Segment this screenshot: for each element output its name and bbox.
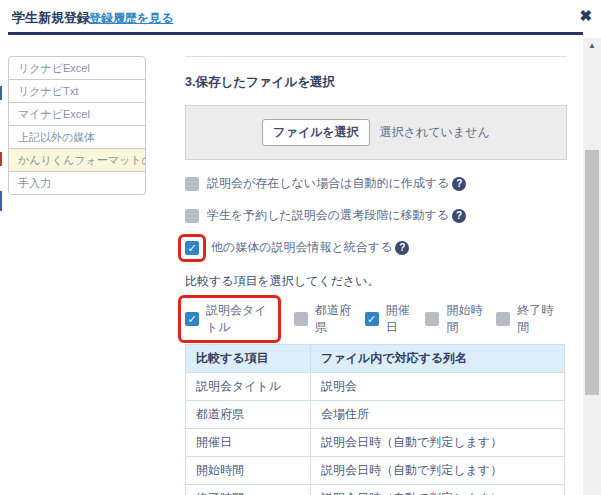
sidebar-item-kanrikun-format-excel[interactable]: かんりくんフォーマットのExcel	[8, 148, 146, 172]
background-page-fragment	[0, 191, 2, 211]
file-selected-status: 選択されていません	[380, 124, 490, 141]
option-label: 他の媒体の説明会情報と統合する	[211, 239, 392, 256]
table-row: 都道府県 会場住所	[186, 401, 565, 429]
table-cell: 説明会日時（自動で判定します）	[311, 485, 565, 495]
compare-item-label: 終了時間	[517, 302, 554, 336]
annotation-highlight-box: ✓	[178, 234, 206, 262]
background-page-fragment	[0, 86, 2, 100]
option-auto-create-session: 説明会が存在しない場合は自動的に作成する ?	[185, 175, 567, 192]
scrollbar-thumb[interactable]	[585, 150, 599, 395]
table-cell: 都道府県	[186, 401, 311, 429]
column-header: ファイル内で対応する列名	[311, 345, 565, 373]
table-cell: 開催日	[186, 429, 311, 457]
table-row: 説明会タイトル 説明会	[186, 373, 565, 401]
student-registration-modal: 学生新規登録 登録履歴を見る ✖ リクナビExcel リクナビTxt マイナビE…	[0, 0, 601, 495]
compare-item-event-date: ✓ 開催日	[365, 302, 413, 336]
checkbox-move-to-selection-stage[interactable]	[185, 209, 199, 223]
table-cell: 説明会日時（自動で判定します）	[311, 429, 565, 457]
help-icon[interactable]: ?	[395, 241, 409, 255]
option-label: 説明会が存在しない場合は自動的に作成する	[207, 175, 449, 192]
option-merge-session-info: ✓ 他の媒体の説明会情報と統合する ?	[185, 239, 567, 256]
table-cell: 会場住所	[311, 401, 565, 429]
sidebar-item-mynavi-excel[interactable]: マイナビExcel	[8, 102, 146, 126]
sidebar-item-rikunabi-excel[interactable]: リクナビExcel	[8, 56, 146, 80]
help-icon[interactable]: ?	[452, 177, 466, 191]
table-cell: 説明会	[311, 373, 565, 401]
table-row: 開始時間 説明会日時（自動で判定します）	[186, 457, 565, 485]
compare-item-label: 開催日	[386, 302, 413, 336]
checkbox-auto-create-session[interactable]	[185, 177, 199, 191]
section3-title: 3.保存したファイルを選択	[185, 74, 567, 91]
compare-item-label: 開始時間	[446, 302, 483, 336]
checkbox-event-date[interactable]: ✓	[365, 312, 379, 326]
table-header-row: 比較する項目 ファイル内で対応する列名	[186, 345, 565, 373]
table-cell: 終了時間	[186, 485, 311, 495]
compare-item-end-time: 終了時間	[496, 302, 554, 336]
header-divider	[8, 32, 583, 35]
sidebar-item-manual-entry[interactable]: 手入力	[8, 171, 146, 195]
compare-item-prefecture: 都道府県	[294, 302, 352, 336]
file-drop-area: ファイルを選択 選択されていません	[185, 105, 567, 160]
option-move-to-selection-stage: 学生を予約した説明会の選考段階に移動する ?	[185, 207, 567, 224]
compare-item-label: 説明会タイトル	[206, 302, 274, 336]
close-icon[interactable]: ✖	[579, 6, 592, 26]
section-divider	[185, 56, 567, 57]
column-mapping-table: 比較する項目 ファイル内で対応する列名 説明会タイトル 説明会 都道府県 会場住…	[185, 344, 565, 495]
compare-item-start-time: 開始時間	[425, 302, 483, 336]
table-cell: 開始時間	[186, 457, 311, 485]
table-row: 開催日 説明会日時（自動で判定します）	[186, 429, 565, 457]
help-icon[interactable]: ?	[452, 209, 466, 223]
modal-header: 学生新規登録 登録履歴を見る ✖	[0, 0, 601, 33]
annotation-highlight-box: ✓ 説明会タイトル	[178, 295, 281, 343]
checkbox-merge-session-info[interactable]: ✓	[185, 241, 199, 255]
import-source-menu: リクナビExcel リクナビTxt マイナビExcel 上記以外の媒体 かんりく…	[8, 56, 146, 195]
registration-history-link[interactable]: 登録履歴を見る	[89, 10, 174, 27]
sidebar-item-other-media[interactable]: 上記以外の媒体	[8, 125, 146, 149]
compare-item-label: 都道府県	[315, 302, 352, 336]
option-label: 学生を予約した説明会の選考段階に移動する	[207, 207, 449, 224]
compare-items-prompt: 比較する項目を選択してください。	[185, 273, 567, 290]
modal-body: 3.保存したファイルを選択 ファイルを選択 選択されていません 説明会が存在しな…	[185, 45, 567, 495]
table-cell: 説明会日時（自動で判定します）	[311, 457, 565, 485]
checkbox-session-title[interactable]: ✓	[185, 312, 199, 326]
compare-items-row: ✓ 説明会タイトル 都道府県 ✓ 開催日 開始時間 終了時間	[185, 302, 567, 336]
checkbox-end-time[interactable]	[496, 312, 510, 326]
column-header: 比較する項目	[186, 345, 311, 373]
background-page-fragment	[0, 152, 2, 166]
table-row: 終了時間 説明会日時（自動で判定します）	[186, 485, 565, 495]
sidebar-item-rikunabi-txt[interactable]: リクナビTxt	[8, 79, 146, 103]
vertical-scrollbar[interactable]: ▲	[583, 38, 601, 495]
table-cell: 説明会タイトル	[186, 373, 311, 401]
checkbox-prefecture[interactable]	[294, 312, 308, 326]
modal-title: 学生新規登録	[12, 9, 90, 27]
scroll-up-icon[interactable]: ▲	[583, 41, 601, 50]
checkbox-start-time[interactable]	[425, 312, 439, 326]
choose-file-button[interactable]: ファイルを選択	[262, 119, 369, 146]
